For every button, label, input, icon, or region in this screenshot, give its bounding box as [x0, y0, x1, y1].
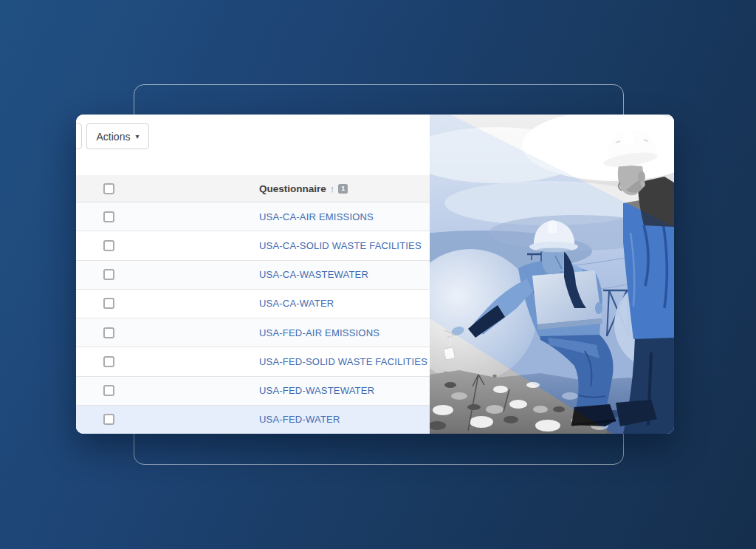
table-row[interactable]: USA-CA-WATER — [76, 289, 430, 318]
row-checkbox[interactable] — [103, 414, 114, 425]
row-checkbox[interactable] — [103, 356, 114, 367]
row-checkbox[interactable] — [103, 327, 114, 338]
questionnaire-link[interactable]: USA-CA-AIR EMISSIONS — [259, 211, 374, 222]
questionnaire-link[interactable]: USA-FED-AIR EMISSIONS — [259, 327, 379, 338]
row-checkbox[interactable] — [103, 211, 114, 222]
table-row[interactable]: USA-FED-SOLID WASTE FACILITIES — [76, 347, 430, 375]
row-checkbox[interactable] — [103, 269, 114, 280]
field-workers-illustration — [430, 115, 674, 434]
hero-photo — [430, 115, 674, 434]
questionnaire-link[interactable]: USA-CA-SOLID WASTE FACILITIES — [259, 240, 422, 251]
select-all-checkbox[interactable] — [103, 183, 114, 194]
table-row[interactable]: USA-CA-WASTEWATER — [76, 260, 430, 289]
table-row[interactable]: USA-CA-SOLID WASTE FACILITIES — [76, 231, 430, 259]
questionnaire-link[interactable]: USA-CA-WASTEWATER — [259, 269, 368, 280]
questionnaire-link[interactable]: USA-CA-WATER — [259, 298, 334, 309]
questionnaire-table-pane: Actions ▾ Questionnaire ↑ 1 USA-CA-AIR E… — [76, 115, 430, 434]
questionnaire-card: Actions ▾ Questionnaire ↑ 1 USA-CA-AIR E… — [76, 115, 674, 434]
row-checkbox[interactable] — [103, 240, 114, 251]
actions-dropdown-button[interactable]: Actions ▾ — [86, 123, 149, 149]
questionnaire-link[interactable]: USA-FED-SOLID WASTE FACILITIES — [259, 356, 427, 367]
page-background: Actions ▾ Questionnaire ↑ 1 USA-CA-AIR E… — [0, 0, 756, 549]
sort-order-badge: 1 — [338, 184, 348, 194]
chevron-down-icon: ▾ — [135, 132, 139, 140]
row-checkbox[interactable] — [103, 385, 114, 396]
table-row[interactable]: USA-CA-AIR EMISSIONS — [76, 202, 430, 231]
table-row[interactable]: USA-FED-WASTEWATER — [76, 376, 430, 405]
table-row[interactable]: USA-FED-WATER — [76, 405, 430, 434]
questionnaire-link[interactable]: USA-FED-WATER — [259, 414, 340, 425]
toolbar: Actions ▾ — [76, 115, 430, 175]
questionnaire-column-header[interactable]: Questionnaire ↑ 1 — [259, 183, 348, 194]
table-body: USA-CA-AIR EMISSIONS USA-CA-SOLID WASTE … — [76, 202, 430, 434]
clipped-edge-button[interactable] — [76, 123, 82, 149]
table-header-row: Questionnaire ↑ 1 — [76, 175, 430, 202]
questionnaire-link[interactable]: USA-FED-WASTEWATER — [259, 385, 374, 396]
column-header-label: Questionnaire — [259, 183, 326, 194]
table-row[interactable]: USA-FED-AIR EMISSIONS — [76, 318, 430, 347]
actions-button-label: Actions — [97, 131, 131, 143]
row-checkbox[interactable] — [103, 298, 114, 309]
sort-ascending-icon[interactable]: ↑ — [330, 183, 335, 194]
